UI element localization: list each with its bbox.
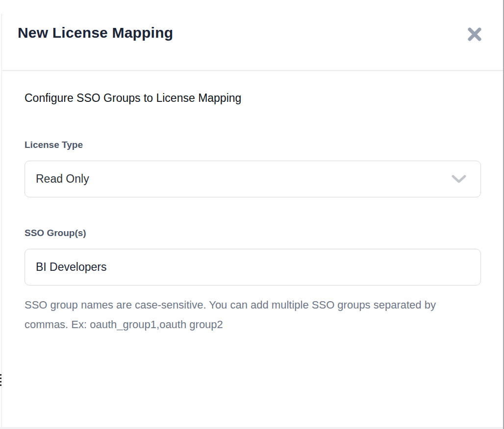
new-license-mapping-modal: New License Mapping Configure SSO Groups… xyxy=(2,0,503,429)
sso-groups-help-text: SSO group names are case-sensitive. You … xyxy=(25,295,439,334)
close-icon xyxy=(467,27,482,41)
modal-header: New License Mapping xyxy=(2,0,503,71)
sso-groups-label: SSO Group(s) xyxy=(25,228,481,238)
close-button[interactable] xyxy=(466,25,483,43)
sso-groups-input[interactable] xyxy=(25,249,481,286)
license-type-selected-value: Read Only xyxy=(36,172,89,186)
modal-title: New License Mapping xyxy=(18,24,173,41)
background-page-text-peek xyxy=(0,374,1,388)
chevron-down-icon xyxy=(451,174,467,184)
background-page-edge xyxy=(0,14,2,429)
window-bottom-edge xyxy=(0,427,503,429)
license-type-select[interactable]: Read Only xyxy=(25,161,481,197)
section-heading: Configure SSO Groups to License Mapping xyxy=(25,92,481,105)
license-type-label: License Type xyxy=(25,140,481,150)
modal-body: Configure SSO Groups to License Mapping … xyxy=(2,71,503,429)
screen: New License Mapping Configure SSO Groups… xyxy=(0,0,504,429)
